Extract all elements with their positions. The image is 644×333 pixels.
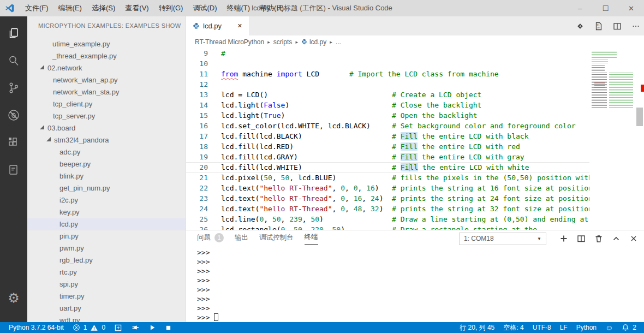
editor-scrollbar-thumb[interactable]: [636, 108, 643, 126]
maximize-button[interactable]: ☐: [593, 0, 618, 16]
tree-item-03.board[interactable]: 03.board: [27, 122, 186, 134]
tree-item-rgb_led.py[interactable]: rgb_led.py: [27, 254, 186, 266]
debug-icon[interactable]: [0, 103, 27, 128]
split-terminal-icon[interactable]: [577, 234, 586, 243]
cursor-position[interactable]: 行 20, 列 45: [455, 322, 499, 333]
editor-scrollbar[interactable]: [635, 48, 644, 230]
terminal-output[interactable]: >>>>>>>>>>>>>>>>>>>>>>>>: [197, 248, 639, 320]
breadcrumb-item[interactable]: scripts: [273, 38, 293, 46]
code-line-12[interactable]: 12: [186, 79, 644, 90]
download-to-device-button[interactable]: [110, 322, 127, 333]
menu-item[interactable]: 编辑(E): [53, 0, 87, 16]
code-line-23[interactable]: 23lcd.text("hello RT-Thread", 0, 16, 24)…: [186, 193, 644, 204]
binary-file-icon[interactable]: 0110: [594, 22, 603, 31]
menu-item[interactable]: 转到(G): [154, 0, 188, 16]
breadcrumb-item[interactable]: ...: [336, 38, 341, 46]
menu-item[interactable]: 选择(S): [87, 0, 120, 16]
maximize-panel-icon[interactable]: [612, 234, 621, 243]
code-line-17[interactable]: 17lcd.fill(lcd.BLACK)# Fill the entire L…: [186, 131, 644, 141]
tree-item-rtc.py[interactable]: rtc.py: [27, 266, 186, 278]
python-interpreter[interactable]: Python 3.7.2 64-bit: [4, 322, 68, 333]
panel-tab-终端[interactable]: 终端: [305, 233, 318, 245]
settings-gear-icon[interactable]: ⚙: [0, 287, 27, 309]
tree-item-timer.py[interactable]: timer.py: [27, 290, 186, 302]
tree-item-network_wlan_ap.py[interactable]: network_wlan_ap.py: [27, 74, 186, 86]
tree-item-wdt.py[interactable]: wdt.py: [27, 314, 186, 322]
breadcrumb-item[interactable]: RT-Thread MicroPython: [195, 38, 264, 46]
code-line-22[interactable]: 22lcd.text("hello RT-Thread", 0, 0, 16)#…: [186, 183, 644, 193]
code-line-18[interactable]: 18lcd.fill(lcd.RED)# Fill the entire LCD…: [186, 141, 644, 152]
tab-close-icon[interactable]: ✕: [235, 21, 245, 31]
tree-item-adc.py[interactable]: adc.py: [27, 146, 186, 158]
code-line-13[interactable]: 13lcd = LCD()# Create a LCD object: [186, 90, 644, 100]
code-line-16[interactable]: 16lcd.set_color(lcd.WHITE, lcd.BLACK)# S…: [186, 121, 644, 131]
new-terminal-icon[interactable]: [559, 234, 568, 243]
tree-item-_thread_example.py[interactable]: _thread_example.py: [27, 50, 186, 62]
feedback-smiley-icon[interactable]: ☺: [601, 322, 617, 333]
explorer-icon[interactable]: [0, 21, 27, 46]
run-file-icon[interactable]: [576, 22, 585, 31]
expand-arrow-icon[interactable]: [40, 125, 44, 129]
menu-item[interactable]: 查看(V): [120, 0, 153, 16]
more-actions-icon[interactable]: [631, 22, 640, 31]
minimap[interactable]: [589, 48, 635, 230]
tree-item-pwm.py[interactable]: pwm.py: [27, 242, 186, 254]
expand-arrow-icon[interactable]: [46, 137, 51, 141]
close-button[interactable]: ✕: [618, 0, 644, 16]
code-line-20[interactable]: 20lcd.fill(lcd.WHITE)# Fill the entire L…: [186, 162, 644, 173]
tree-item-uart.py[interactable]: uart.py: [27, 302, 186, 314]
tree-item-spi.py[interactable]: spi.py: [27, 278, 186, 290]
kill-terminal-icon[interactable]: [594, 234, 603, 243]
split-editor-icon[interactable]: [613, 22, 622, 31]
panel-tab-问题[interactable]: 问题1: [197, 233, 224, 245]
close-panel-icon[interactable]: [629, 234, 638, 243]
panel-tab-调试控制台[interactable]: 调试控制台: [259, 233, 294, 245]
extensions-icon[interactable]: [0, 130, 27, 155]
code-line-11[interactable]: 11from machine import LCD# Import the LC…: [186, 69, 644, 79]
expand-arrow-icon[interactable]: [40, 65, 44, 69]
code-line-14[interactable]: 14lcd.light(False)# Close the backlight: [186, 100, 644, 110]
code-line-19[interactable]: 19lcd.fill(lcd.GRAY)# Fill the entire LC…: [186, 152, 644, 162]
panel-tab-输出[interactable]: 输出: [235, 233, 248, 245]
tree-item-get_pin_num.py[interactable]: get_pin_num.py: [27, 182, 186, 194]
tree-item-lcd.py[interactable]: lcd.py: [27, 218, 186, 230]
run-button[interactable]: [144, 322, 160, 333]
tree-item-network_wlan_sta.py[interactable]: network_wlan_sta.py: [27, 86, 186, 98]
tree-item-pin.py[interactable]: pin.py: [27, 230, 186, 242]
menu-item[interactable]: 终端(T): [222, 0, 255, 16]
code-line-10[interactable]: 10: [186, 58, 644, 69]
breadcrumb-item[interactable]: lcd.py: [301, 38, 326, 46]
code-line-26[interactable]: 26lcd.rectangle(0, 50, 230, 50)# Draw a …: [186, 224, 644, 230]
tree-item-beeper.py[interactable]: beeper.py: [27, 158, 186, 170]
menu-item[interactable]: 文件(F): [20, 0, 53, 16]
problems-status[interactable]: 1 0: [68, 322, 110, 333]
tree-item-utime_example.py[interactable]: utime_example.py: [27, 38, 186, 50]
stop-button[interactable]: [160, 322, 176, 333]
eol-sequence[interactable]: LF: [556, 322, 572, 333]
tab-lcd-py[interactable]: lcd.py ✕: [186, 16, 249, 35]
tree-item-i2c.py[interactable]: i2c.py: [27, 194, 186, 206]
code-line-9[interactable]: 9#: [186, 48, 644, 58]
tree-item-02.network[interactable]: 02.network: [27, 62, 186, 74]
language-mode[interactable]: Python: [572, 322, 601, 333]
code-line-24[interactable]: 24lcd.text("hello RT-Thread", 0, 48, 32)…: [186, 204, 644, 214]
tree-item-key.py[interactable]: key.py: [27, 206, 186, 218]
micropython-docs-icon[interactable]: [0, 157, 27, 182]
tree-item-blink.py[interactable]: blink.py: [27, 170, 186, 182]
code-editor[interactable]: 9#1011from machine import LCD# Import th…: [186, 48, 644, 230]
tree-item-stm32l4_pandora[interactable]: stm32l4_pandora: [27, 134, 186, 146]
terminal-select[interactable]: 1: COM18 ▼: [459, 233, 546, 245]
tree-item-tcp_client.py[interactable]: tcp_client.py: [27, 98, 186, 110]
indentation[interactable]: 空格: 4: [499, 322, 528, 333]
code-line-25[interactable]: 25lcd.line(0, 50, 239, 50)# Draw a line …: [186, 214, 644, 224]
code-line-15[interactable]: 15lcd.light(True)# Open the backlight: [186, 110, 644, 121]
source-control-icon[interactable]: [0, 75, 27, 100]
encoding[interactable]: UTF-8: [528, 322, 556, 333]
connect-device-button[interactable]: [127, 322, 144, 333]
tree-item-tcp_server.py[interactable]: tcp_server.py: [27, 110, 186, 122]
search-icon[interactable]: [0, 48, 27, 73]
notifications-bell[interactable]: 2: [617, 322, 641, 333]
minimize-button[interactable]: –: [567, 0, 593, 16]
menu-item[interactable]: 调试(D): [188, 0, 222, 16]
code-line-21[interactable]: 21lcd.pixel(50, 50, lcd.BLUE)# fills the…: [186, 173, 644, 183]
